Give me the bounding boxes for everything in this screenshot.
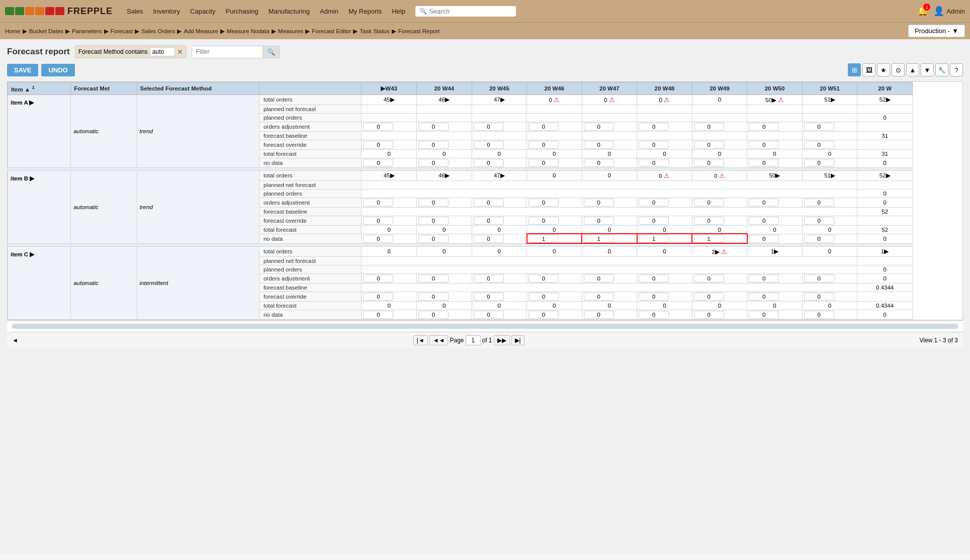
input-cell[interactable] — [528, 199, 559, 207]
question-button[interactable]: ? — [950, 63, 963, 76]
cell[interactable] — [637, 216, 692, 225]
input-cell[interactable] — [694, 311, 724, 319]
cell[interactable] — [802, 310, 857, 319]
input-cell[interactable] — [804, 199, 834, 207]
filter-close-icon[interactable]: ✕ — [177, 48, 183, 56]
breadcrumb-measures[interactable]: Measures — [278, 28, 304, 34]
cell[interactable] — [416, 310, 472, 319]
cell[interactable] — [416, 216, 472, 225]
cell-highlighted-3[interactable] — [637, 234, 692, 243]
cell[interactable] — [802, 122, 857, 131]
cell[interactable] — [362, 310, 417, 319]
input-cell[interactable] — [474, 293, 504, 301]
admin-menu[interactable]: 👤 Admin — [933, 6, 965, 17]
download-button[interactable]: ▼ — [921, 63, 934, 76]
cell[interactable] — [527, 273, 582, 283]
cell[interactable] — [472, 198, 527, 207]
cell[interactable] — [692, 158, 747, 167]
input-cell[interactable] — [804, 217, 834, 225]
nav-admin[interactable]: Admin — [316, 6, 342, 17]
col-w51[interactable]: 20 W51 — [802, 82, 857, 95]
col-wend[interactable]: 20 W — [857, 82, 913, 95]
cell[interactable] — [637, 158, 692, 167]
input-cell[interactable] — [363, 293, 393, 301]
cell[interactable] — [637, 273, 692, 283]
input-cell[interactable] — [804, 123, 834, 131]
input-cell[interactable] — [363, 274, 393, 283]
input-cell[interactable] — [418, 293, 449, 301]
cell[interactable] — [416, 273, 472, 283]
breadcrumb-forecast[interactable]: Forecast — [111, 28, 133, 34]
col-selected-method[interactable]: Selected Forecast Method — [137, 82, 259, 95]
input-cell[interactable] — [418, 141, 449, 149]
cell[interactable] — [747, 310, 803, 319]
input-cell[interactable] — [584, 199, 614, 207]
cell[interactable] — [747, 234, 803, 243]
cell[interactable] — [362, 234, 417, 243]
cell[interactable] — [527, 292, 582, 301]
cell[interactable] — [362, 292, 417, 301]
input-cell[interactable] — [749, 311, 779, 319]
cell[interactable] — [802, 234, 857, 243]
cell[interactable] — [416, 122, 472, 131]
cell[interactable] — [692, 140, 747, 149]
cell[interactable] — [582, 158, 637, 167]
input-cell[interactable] — [474, 235, 504, 243]
col-w43[interactable]: ▶W43 — [362, 82, 417, 95]
input-cell[interactable] — [639, 235, 669, 243]
input-cell[interactable] — [749, 274, 779, 283]
cell[interactable] — [637, 198, 692, 207]
input-cell[interactable] — [418, 159, 449, 167]
cell[interactable] — [362, 198, 417, 207]
col-w49[interactable]: 20 W49 — [692, 82, 747, 95]
cell[interactable] — [802, 158, 857, 167]
input-cell[interactable] — [639, 293, 669, 301]
cell[interactable] — [802, 140, 857, 149]
input-cell[interactable] — [584, 159, 614, 167]
item-b-label[interactable]: item B ▶ — [8, 170, 71, 243]
input-cell[interactable] — [584, 235, 614, 243]
col-w45[interactable]: 20 W45 — [472, 82, 527, 95]
cell[interactable] — [747, 273, 803, 283]
cell[interactable] — [582, 140, 637, 149]
cell[interactable] — [582, 216, 637, 225]
cell[interactable] — [416, 158, 472, 167]
input-cell[interactable] — [804, 293, 834, 301]
input-cell[interactable] — [528, 311, 559, 319]
col-forecast-met[interactable]: Forecast Met — [71, 82, 137, 95]
breadcrumb-forecast-editor[interactable]: Forecast Editor — [312, 28, 351, 34]
input-cell[interactable] — [363, 159, 393, 167]
cell[interactable] — [637, 140, 692, 149]
cell[interactable] — [582, 292, 637, 301]
input-cell[interactable] — [474, 217, 504, 225]
input-cell[interactable] — [363, 141, 393, 149]
input-cell[interactable] — [418, 311, 449, 319]
input-cell[interactable] — [528, 274, 559, 283]
cell[interactable] — [472, 310, 527, 319]
input-cell[interactable] — [694, 199, 724, 207]
cell[interactable] — [692, 273, 747, 283]
input-cell[interactable] — [584, 293, 614, 301]
input-cell[interactable] — [418, 123, 449, 131]
undo-button[interactable]: UNDO — [41, 64, 74, 76]
nav-purchasing[interactable]: Purchasing — [222, 6, 262, 17]
cell[interactable] — [692, 216, 747, 225]
cell[interactable] — [692, 310, 747, 319]
settings-button[interactable]: ⊙ — [892, 63, 905, 76]
input-cell[interactable] — [749, 235, 779, 243]
cell[interactable] — [416, 140, 472, 149]
save-button[interactable]: SAVE — [7, 64, 38, 76]
cell[interactable] — [747, 158, 803, 167]
cell[interactable] — [472, 122, 527, 131]
input-cell[interactable] — [528, 293, 559, 301]
input-cell[interactable] — [694, 141, 724, 149]
nav-manufacturing[interactable]: Manufacturing — [264, 6, 314, 17]
search-input[interactable] — [429, 8, 509, 15]
cell[interactable] — [637, 310, 692, 319]
cell[interactable] — [362, 158, 417, 167]
item-c-label[interactable]: item C ▶ — [8, 246, 71, 319]
cell[interactable] — [527, 140, 582, 149]
input-cell[interactable] — [474, 274, 504, 283]
input-cell[interactable] — [528, 235, 559, 243]
cell[interactable] — [472, 140, 527, 149]
